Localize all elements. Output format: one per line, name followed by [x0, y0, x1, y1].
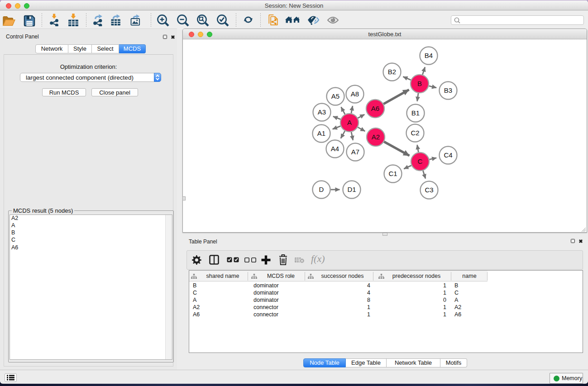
- svg-text:D1: D1: [347, 186, 356, 193]
- svg-text:B3: B3: [444, 86, 452, 94]
- svg-text:D: D: [319, 186, 324, 193]
- svg-text:A6: A6: [371, 105, 379, 112]
- svg-text:C2: C2: [411, 129, 419, 137]
- svg-text:C: C: [418, 157, 423, 165]
- svg-text:A8: A8: [351, 90, 359, 98]
- svg-text:B: B: [417, 80, 422, 87]
- svg-text:A3: A3: [318, 108, 326, 116]
- svg-text:A5: A5: [331, 92, 339, 100]
- svg-text:A7: A7: [351, 148, 359, 156]
- svg-text:B4: B4: [425, 52, 433, 59]
- svg-text:A2: A2: [372, 133, 380, 141]
- svg-text:A: A: [347, 119, 352, 126]
- svg-text:C4: C4: [444, 151, 452, 159]
- svg-text:A1: A1: [317, 129, 325, 137]
- svg-text:C3: C3: [425, 186, 433, 194]
- svg-text:C1: C1: [388, 170, 397, 177]
- svg-text:A4: A4: [331, 145, 339, 152]
- svg-text:B2: B2: [388, 68, 396, 76]
- svg-text:B1: B1: [411, 109, 420, 117]
